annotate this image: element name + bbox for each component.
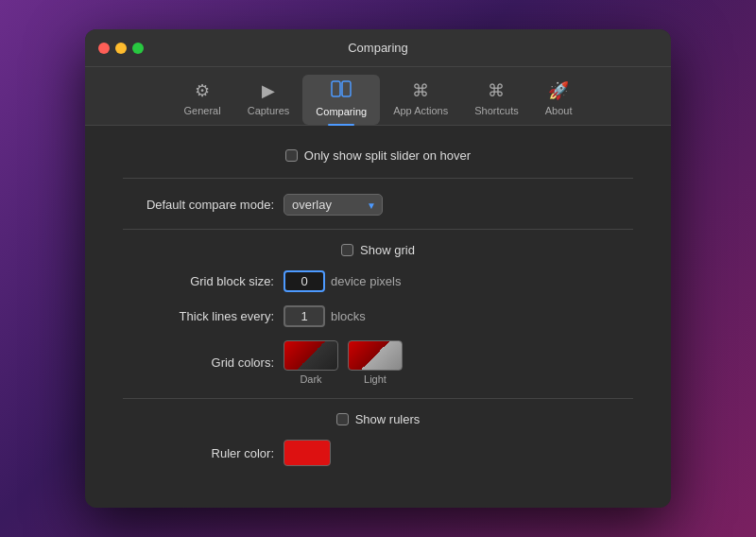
- tab-app-actions-label: App Actions: [393, 105, 448, 116]
- compare-mode-select[interactable]: overlay side-by-side difference: [284, 194, 383, 216]
- light-color-swatch[interactable]: [348, 340, 403, 371]
- tab-general[interactable]: ⚙ General: [171, 75, 234, 125]
- divider-3: [123, 398, 633, 399]
- window-title: Comparing: [348, 41, 408, 55]
- tab-about[interactable]: 🚀 About: [532, 75, 586, 125]
- thick-lines-unit: blocks: [331, 309, 366, 323]
- tab-captures[interactable]: ▶ Captures: [234, 75, 303, 125]
- show-rulers-checkbox-wrapper[interactable]: Show rulers: [336, 412, 421, 426]
- grid-block-size-input[interactable]: [284, 270, 325, 292]
- ruler-color-label: Ruler color:: [123, 446, 274, 460]
- show-grid-label: Show grid: [360, 243, 415, 257]
- compare-mode-select-wrapper: overlay side-by-side difference ▼: [284, 194, 383, 216]
- svg-rect-1: [342, 81, 351, 96]
- shortcuts-icon: ⌘: [488, 80, 505, 101]
- split-slider-row: Only show split slider on hover: [123, 148, 633, 163]
- app-window: Comparing ⚙ General ▶ Captures Comparing…: [85, 29, 671, 508]
- color-swatch-group: Dark Light: [284, 340, 403, 385]
- light-swatch-item: Light: [348, 340, 403, 385]
- grid-block-size-row: Grid block size: device pixels: [123, 270, 633, 292]
- ruler-color-swatch[interactable]: [284, 440, 331, 466]
- rocket-icon: 🚀: [548, 80, 569, 101]
- grid-block-size-unit: device pixels: [331, 274, 401, 288]
- tab-shortcuts-label: Shortcuts: [474, 105, 518, 116]
- content-area: Only show split slider on hover Default …: [85, 126, 671, 508]
- split-slider-label: Only show split slider on hover: [304, 148, 471, 163]
- titlebar: Comparing: [85, 29, 671, 67]
- svg-rect-0: [332, 81, 340, 96]
- dark-swatch-item: Dark: [284, 340, 338, 385]
- show-grid-row: Show grid: [123, 243, 633, 257]
- divider-2: [123, 229, 633, 230]
- light-swatch-label: Light: [364, 373, 387, 385]
- grid-colors-row: Grid colors: Dark Light: [123, 340, 633, 385]
- tab-about-label: About: [545, 105, 573, 116]
- tab-shortcuts[interactable]: ⌘ Shortcuts: [461, 75, 531, 125]
- close-button[interactable]: [98, 43, 110, 54]
- traffic-lights: [98, 43, 144, 54]
- show-grid-checkbox[interactable]: [341, 244, 353, 256]
- tab-comparing[interactable]: Comparing: [302, 75, 380, 125]
- divider-1: [123, 178, 633, 179]
- split-slider-checkbox-wrapper[interactable]: Only show split slider on hover: [285, 148, 471, 163]
- tab-comparing-label: Comparing: [316, 106, 367, 117]
- thick-lines-input[interactable]: [284, 305, 325, 327]
- show-rulers-checkbox[interactable]: [336, 413, 349, 425]
- compare-mode-row: Default compare mode: overlay side-by-si…: [123, 194, 633, 216]
- compare-icon: [331, 80, 352, 102]
- ruler-color-row: Ruler color:: [123, 440, 633, 466]
- toolbar: ⚙ General ▶ Captures Comparing ⌘ App Act…: [85, 67, 671, 126]
- show-grid-checkbox-wrapper[interactable]: Show grid: [341, 243, 415, 257]
- maximize-button[interactable]: [132, 43, 144, 54]
- gear-icon: ⚙: [195, 80, 210, 101]
- thick-lines-row: Thick lines every: blocks: [123, 305, 633, 327]
- camera-icon: ▶: [262, 80, 275, 101]
- split-slider-checkbox[interactable]: [285, 149, 298, 162]
- tab-general-label: General: [184, 105, 221, 116]
- tab-app-actions[interactable]: ⌘ App Actions: [380, 75, 461, 125]
- grid-colors-label: Grid colors:: [123, 355, 274, 370]
- minimize-button[interactable]: [115, 43, 127, 54]
- show-rulers-row: Show rulers: [123, 412, 633, 426]
- grid-block-size-label: Grid block size:: [123, 274, 274, 288]
- tab-captures-label: Captures: [248, 105, 290, 116]
- thick-lines-label: Thick lines every:: [123, 309, 274, 323]
- show-rulers-label: Show rulers: [355, 412, 421, 426]
- compare-mode-label: Default compare mode:: [123, 198, 274, 212]
- dark-color-swatch[interactable]: [284, 340, 338, 371]
- app-actions-icon: ⌘: [412, 80, 429, 101]
- dark-swatch-label: Dark: [300, 373, 321, 385]
